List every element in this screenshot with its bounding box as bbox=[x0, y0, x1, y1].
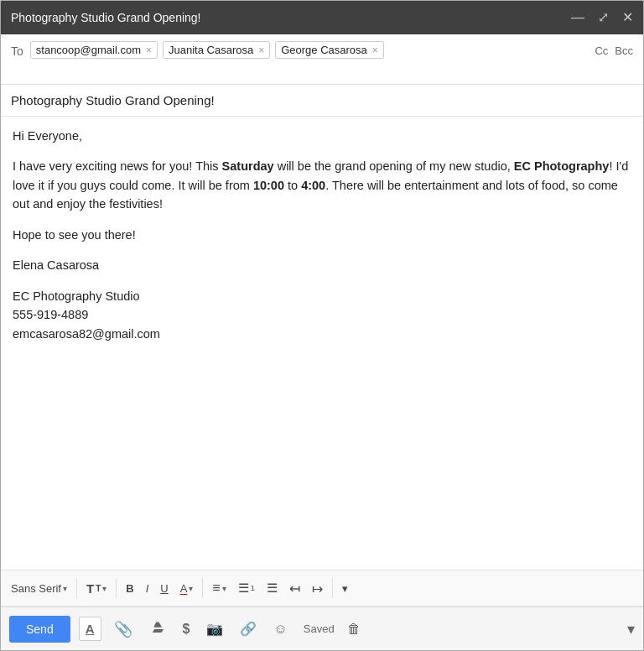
recipient-email-1: stancoop@gmail.com bbox=[36, 44, 141, 56]
bold-button[interactable]: B bbox=[121, 579, 138, 598]
more-format-button[interactable]: ▾ bbox=[337, 579, 353, 598]
more-format-icon: ▾ bbox=[342, 582, 348, 595]
money-icon: $ bbox=[183, 622, 190, 636]
send-button[interactable]: Send bbox=[9, 616, 70, 643]
indent-decrease-icon: ↤ bbox=[289, 581, 300, 596]
font-color-button[interactable]: A ▾ bbox=[175, 579, 199, 598]
attach-file-button[interactable]: 📎 bbox=[110, 617, 137, 642]
align-caret: ▾ bbox=[222, 584, 226, 593]
bold-ec-photography: EC Photography bbox=[514, 159, 610, 173]
cc-button[interactable]: Cc bbox=[595, 44, 608, 57]
titlebar: Photography Studio Grand Opening! — ⤢ ✕ bbox=[1, 1, 643, 34]
trash-icon: 🗑 bbox=[347, 622, 361, 636]
bold-time-start: 10:00 bbox=[253, 179, 284, 192]
align-icon: ≡ bbox=[212, 581, 220, 596]
google-drive-button[interactable] bbox=[145, 615, 170, 643]
numbered-list-icon: ☰ bbox=[238, 581, 249, 596]
format-text-icon: A bbox=[86, 622, 95, 636]
toolbar-separator-2 bbox=[116, 578, 117, 598]
subject-field[interactable]: Photography Studio Grand Opening! bbox=[1, 85, 643, 117]
font-family-button[interactable]: Sans Serif ▾ bbox=[6, 579, 72, 598]
indent-increase-icon: ↦ bbox=[312, 581, 323, 596]
signature-phone: 555-919-4889 bbox=[13, 308, 88, 321]
more-options-button[interactable]: ▾ bbox=[627, 620, 635, 638]
saved-status: Saved bbox=[304, 622, 335, 635]
insert-link-button[interactable]: 🔗 bbox=[236, 617, 261, 641]
bullet-list-icon: ☰ bbox=[267, 581, 278, 596]
font-color-icon: A bbox=[180, 582, 188, 595]
subject-text: Photography Studio Grand Opening! bbox=[11, 93, 215, 107]
signature-email: emcasarosa82@gmail.com bbox=[13, 327, 160, 341]
toolbar-separator-4 bbox=[332, 578, 333, 598]
remove-recipient-3[interactable]: × bbox=[372, 44, 378, 56]
signature-name: Elena Casarosa bbox=[13, 256, 631, 274]
toolbar-separator-1 bbox=[76, 578, 77, 598]
signature-block: EC Photography Studio 555-919-4889 emcas… bbox=[13, 287, 631, 343]
font-size-icon: T bbox=[86, 581, 94, 596]
to-label: To bbox=[11, 44, 23, 58]
recipient-chip-1[interactable]: stancoop@gmail.com × bbox=[30, 41, 158, 59]
greeting: Hi Everyone, bbox=[13, 127, 631, 145]
photo-icon: 📷 bbox=[206, 622, 223, 636]
bold-saturday: Saturday bbox=[222, 159, 274, 173]
to-field: To stancoop@gmail.com × Juanita Casarosa… bbox=[1, 34, 643, 85]
remove-recipient-1[interactable]: × bbox=[146, 44, 152, 56]
indent-decrease-button[interactable]: ↤ bbox=[284, 577, 305, 600]
numbered-badge: 1 bbox=[251, 584, 255, 592]
font-family-caret: ▾ bbox=[63, 584, 67, 593]
emoji-icon: ☺ bbox=[273, 622, 287, 636]
format-toolbar: Sans Serif ▾ T T ▾ B I U A ▾ ≡ ▾ ☰ 1 bbox=[1, 570, 643, 607]
align-button[interactable]: ≡ ▾ bbox=[207, 577, 231, 599]
money-button[interactable]: $ bbox=[179, 617, 195, 641]
bcc-button[interactable]: Bcc bbox=[615, 44, 633, 57]
recipient-email-3: George Casarosa bbox=[281, 44, 367, 56]
format-text-button[interactable]: A bbox=[79, 617, 101, 641]
font-size-caret: ▾ bbox=[102, 584, 106, 593]
font-size-sub: T bbox=[96, 584, 101, 593]
font-size-button[interactable]: T T ▾ bbox=[81, 578, 112, 599]
underline-button[interactable]: U bbox=[155, 579, 173, 598]
recipient-chip-3[interactable]: George Casarosa × bbox=[275, 41, 384, 59]
attach-icon: 📎 bbox=[114, 621, 132, 638]
compose-window: Photography Studio Grand Opening! — ⤢ ✕ … bbox=[0, 0, 644, 651]
closing-line: Hope to see you there! bbox=[13, 226, 631, 244]
main-paragraph: I have very exciting news for you! This … bbox=[13, 157, 631, 213]
cc-bcc-controls: Cc Bcc bbox=[595, 44, 633, 57]
expand-button[interactable]: ⤢ bbox=[598, 11, 609, 24]
recipient-chip-2[interactable]: Juanita Casarosa × bbox=[163, 41, 270, 59]
toolbar-separator-3 bbox=[202, 578, 203, 598]
insert-emoji-button[interactable]: ☺ bbox=[269, 617, 291, 641]
close-button[interactable]: ✕ bbox=[622, 11, 633, 24]
window-title: Photography Studio Grand Opening! bbox=[11, 11, 201, 24]
more-icon: ▾ bbox=[627, 621, 635, 638]
recipient-email-2: Juanita Casarosa bbox=[169, 44, 253, 56]
bottom-toolbar: Send A 📎 $ 📷 🔗 ☺ Saved 🗑 ▾ bbox=[1, 607, 643, 650]
bullet-list-button[interactable]: ☰ bbox=[262, 577, 283, 599]
italic-button[interactable]: I bbox=[141, 579, 154, 598]
remove-recipient-2[interactable]: × bbox=[258, 44, 264, 56]
indent-increase-button[interactable]: ↦ bbox=[307, 577, 328, 600]
titlebar-controls: — ⤢ ✕ bbox=[571, 11, 633, 24]
minimize-button[interactable]: — bbox=[571, 11, 584, 24]
delete-button[interactable]: 🗑 bbox=[343, 617, 365, 641]
signature-studio: EC Photography Studio bbox=[13, 289, 140, 303]
to-chips: stancoop@gmail.com × Juanita Casarosa × … bbox=[30, 41, 633, 59]
drive-icon bbox=[149, 618, 166, 635]
link-icon: 🔗 bbox=[240, 622, 257, 636]
font-color-caret: ▾ bbox=[189, 584, 193, 593]
insert-photo-button[interactable]: 📷 bbox=[202, 617, 227, 641]
numbered-list-button[interactable]: ☰ 1 bbox=[233, 577, 260, 599]
email-body[interactable]: Hi Everyone, I have very exciting news f… bbox=[1, 117, 643, 570]
bold-time-end: 4:00 bbox=[301, 179, 325, 192]
